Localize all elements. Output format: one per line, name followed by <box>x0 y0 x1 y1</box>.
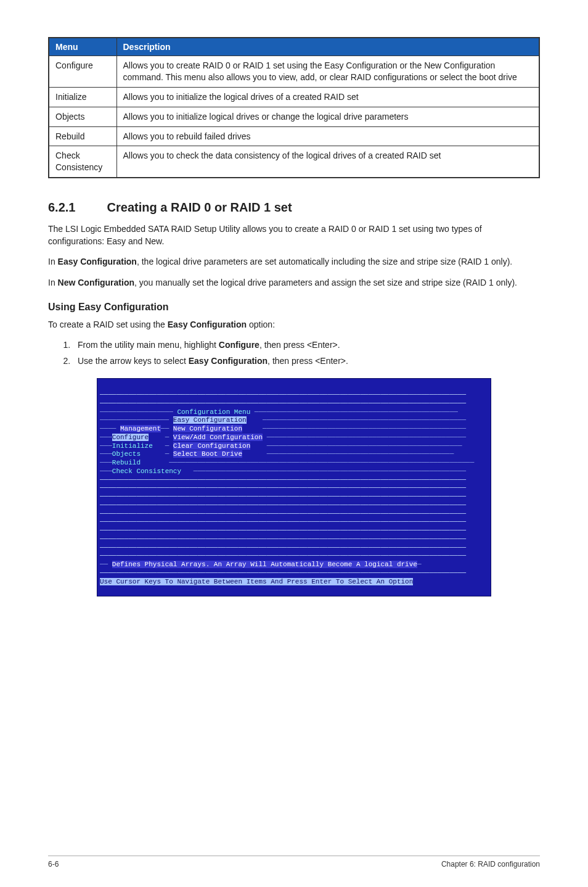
text: To create a RAID set using the <box>48 320 168 329</box>
text: option: <box>247 320 275 329</box>
terminal-item: Select Boot Drive <box>173 450 242 458</box>
terminal-hint-text: Use Cursor Keys To Navigate Between Item… <box>100 578 413 585</box>
terminal-item: Clear Configuration <box>173 442 250 450</box>
bold-text: Easy Configuration <box>168 320 247 329</box>
cell-desc: Allows you to create RAID 0 or RAID 1 se… <box>116 56 539 88</box>
bold-text: Configure <box>219 340 259 350</box>
terminal-item: View/Add Configuration <box>173 434 263 441</box>
text: Use the arrow keys to select <box>78 356 189 366</box>
terminal-item: Check Consistency <box>112 468 181 475</box>
text: , then press <Enter>. <box>267 356 348 366</box>
table-header-desc: Description <box>116 38 539 56</box>
terminal-item: Rebuild <box>112 459 141 466</box>
text: , you manually set the logical drive par… <box>134 278 517 287</box>
cell-desc: Allows you to initialize the logical dri… <box>116 87 539 107</box>
chapter-title: Chapter 6: RAID configuration <box>441 860 540 868</box>
table-row: Rebuild Allows you to rebuild failed dri… <box>49 126 539 146</box>
page-number: 6-6 <box>48 860 59 868</box>
terminal-item: Management <box>120 425 161 432</box>
list-item: Use the arrow keys to select Easy Config… <box>73 355 540 368</box>
page-footer: 6-6 Chapter 6: RAID configuration <box>48 856 540 868</box>
paragraph: To create a RAID set using the Easy Conf… <box>48 319 540 331</box>
section-title: Creating a RAID 0 or RAID 1 set <box>107 200 292 214</box>
bold-text: Easy Configuration <box>189 356 267 366</box>
paragraph: In Easy Configuration, the logical drive… <box>48 256 540 268</box>
cell-desc: Allows you to rebuild failed drives <box>116 126 539 146</box>
steps-list: From the utility main menu, highlight Co… <box>48 339 540 367</box>
cell-menu: Rebuild <box>49 126 116 146</box>
table-header-menu: Menu <box>49 38 116 56</box>
text: , the logical drive parameters are set a… <box>137 257 512 266</box>
text: , then press <Enter>. <box>259 340 340 350</box>
list-item: From the utility main menu, highlight Co… <box>73 339 540 352</box>
table-row: Initialize Allows you to initialize the … <box>49 87 539 107</box>
terminal-item: New Configuration <box>173 425 242 432</box>
paragraph: The LSI Logic Embedded SATA RAID Setup U… <box>48 223 540 247</box>
text: In <box>48 257 58 266</box>
table-row: Check Consistency Allows you to check th… <box>49 146 539 178</box>
cell-menu: Configure <box>49 56 116 88</box>
terminal-item: Initialize <box>112 442 153 450</box>
terminal-help-text: Defines Physical Arrays. An Array Will A… <box>112 561 417 568</box>
bold-text: Easy Configuration <box>58 257 137 266</box>
bold-text: New Configuration <box>58 278 134 287</box>
terminal-title: Configuration Menu <box>177 408 250 416</box>
terminal-item: Objects <box>112 450 141 458</box>
paragraph: In New Configuration, you manually set t… <box>48 277 540 289</box>
cell-menu: Initialize <box>49 87 116 107</box>
text: In <box>48 278 58 287</box>
subsection-heading: Using Easy Configuration <box>48 302 540 313</box>
cell-desc: Allows you to check the data consistency… <box>116 146 539 178</box>
cell-desc: Allows you to initialize logical drives … <box>116 107 539 126</box>
bios-terminal-screenshot: ────────────────────────────────────────… <box>97 378 491 596</box>
cell-menu: Objects <box>49 107 116 126</box>
terminal-item: Configure <box>112 434 149 441</box>
text: From the utility main menu, highlight <box>78 340 219 350</box>
section-number: 6.2.1 <box>48 200 104 215</box>
table-row: Objects Allows you to initialize logical… <box>49 107 539 126</box>
terminal-selected-item: Easy Configuration <box>173 416 247 424</box>
cell-menu: Check Consistency <box>49 146 116 178</box>
table-row: Configure Allows you to create RAID 0 or… <box>49 56 539 88</box>
menu-description-table: Menu Description Configure Allows you to… <box>48 37 540 178</box>
section-heading: 6.2.1 Creating a RAID 0 or RAID 1 set <box>48 200 540 215</box>
